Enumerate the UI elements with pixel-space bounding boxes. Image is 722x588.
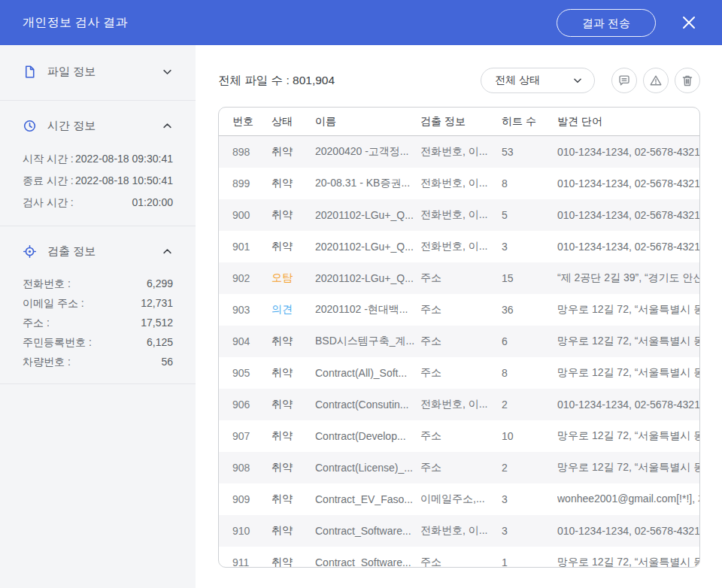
cell-words: wonhee2001@gmail.com[!*!], 제 — [557, 493, 699, 506]
cell-status: 취약 — [272, 145, 315, 159]
cell-hits: 5 — [502, 209, 557, 221]
cell-no: 908 — [232, 462, 272, 474]
cell-status: 취약 — [272, 429, 315, 443]
cell-detected: 주소 — [420, 366, 502, 380]
cell-detected: 주소 — [420, 335, 502, 348]
section-label: 파일 정보 — [47, 65, 162, 79]
chevron-down-icon — [572, 75, 583, 86]
sidebar-section-time-info: 시간 정보 시작 시간 : 2022-08-18 09:30:41 — [0, 101, 196, 226]
cell-no: 898 — [232, 146, 272, 158]
info-label: 차량번호 : — [23, 352, 71, 371]
table-row[interactable]: 904 취약 BSD시스템구축_계... 주소 6 망우로 12길 72, “서… — [219, 326, 699, 357]
cell-hits: 3 — [502, 493, 557, 505]
col-header-no: 번호 — [232, 115, 272, 129]
warning-button[interactable] — [643, 68, 669, 93]
cell-hits: 53 — [502, 146, 557, 158]
cell-name: 20201102 -현대백... — [315, 303, 420, 317]
cell-no: 899 — [232, 177, 272, 189]
cell-no: 904 — [232, 335, 272, 347]
comment-icon — [617, 74, 631, 87]
detect-info-toggle[interactable]: 검출 정보 — [23, 244, 173, 259]
delete-button[interactable] — [675, 68, 700, 93]
cell-name: Contract(Develop... — [315, 430, 420, 442]
cell-hits: 15 — [502, 272, 557, 284]
cell-no: 905 — [232, 367, 272, 379]
cell-no: 906 — [232, 399, 272, 411]
comment-button[interactable] — [611, 68, 637, 93]
cell-status: 의견 — [272, 303, 315, 317]
info-row: 차량번호 : 56 — [23, 352, 173, 371]
table-row[interactable]: 902 오탐 20201102-LGu+_Q... 주소 15 “제 2공단 2… — [219, 262, 699, 294]
cell-words: 망우로 12길 72, “서울특별시 동 — [557, 556, 699, 568]
info-row: 주민등록번호 : 6,125 — [23, 332, 173, 352]
table-row[interactable]: 907 취약 Contract(Develop... 주소 10 망우로 12길… — [219, 420, 699, 452]
cell-detected: 주소 — [420, 429, 502, 443]
cell-detected: 주소 — [420, 556, 502, 568]
status-filter-dropdown[interactable]: 전체 상태 — [481, 68, 595, 93]
divider — [0, 383, 196, 384]
table-row[interactable]: 900 취약 20201102-LGu+_Q... 전화번호, 이... 5 0… — [219, 199, 699, 231]
header-bar: 개인정보 검사 결과 결과 전송 — [0, 0, 722, 45]
cell-hits: 8 — [502, 177, 557, 189]
toolbar: 전체 파일 수 : 801,904 전체 상태 — [218, 68, 700, 93]
table-row[interactable]: 901 취약 20201102-LGu+_Q... 전화번호, 이... 3 0… — [219, 231, 699, 262]
cell-name: Contract(License)_... — [315, 462, 420, 474]
cell-status: 취약 — [272, 177, 315, 190]
cell-no: 900 — [232, 209, 272, 221]
info-label: 이메일 주소 : — [23, 293, 84, 313]
close-icon[interactable] — [681, 14, 697, 31]
cell-words: 010-1234-1234, 02-5678-4321, — [557, 399, 699, 411]
cell-detected: 전화번호, 이... — [420, 524, 502, 538]
cell-name: 20201102-LGu+_Q... — [315, 241, 420, 253]
cell-status: 취약 — [272, 556, 315, 568]
cell-detected: 전화번호, 이... — [420, 240, 502, 253]
cell-words: 010-1234-1234, 02-5678-4321, — [557, 241, 699, 253]
table-row[interactable]: 911 취약 Contract_Software... 주소 1 망우로 12길… — [219, 547, 699, 568]
cell-name: 20201102-LGu+_Q... — [315, 209, 420, 221]
table-row[interactable]: 908 취약 Contract(License)_... 주소 2 망우로 12… — [219, 452, 699, 483]
sidebar: 파일 정보 시간 정보 — [0, 45, 196, 588]
cell-status: 취약 — [272, 240, 315, 253]
send-results-button[interactable]: 결과 전송 — [557, 9, 656, 37]
warning-icon — [649, 74, 663, 87]
cell-detected: 전화번호, 이... — [420, 208, 502, 222]
cell-words: 010-1234-1234, 02-5678-4321, — [557, 209, 699, 221]
toolbar-actions: 전체 상태 — [481, 68, 700, 93]
table-row[interactable]: 906 취약 Contract(Consutin... 전화번호, 이... 2… — [219, 389, 699, 420]
cell-hits: 36 — [502, 304, 557, 316]
target-icon — [23, 244, 37, 259]
cell-hits: 3 — [502, 525, 557, 537]
info-label: 주소 : — [23, 313, 50, 332]
table-row[interactable]: 910 취약 Contract_Software... 전화번호, 이... 3… — [219, 515, 699, 547]
cell-hits: 6 — [502, 335, 557, 347]
table-row[interactable]: 905 취약 Contract(All)_Soft... 주소 8 망우로 12… — [219, 357, 699, 389]
info-value: 2022-08-18 10:50:41 — [75, 170, 173, 192]
cell-hits: 2 — [502, 462, 557, 474]
info-label: 종료 시간 : — [23, 170, 74, 192]
cell-name: Contract(Consutin... — [315, 399, 420, 411]
cell-no: 910 — [232, 525, 272, 537]
cell-name: Contract_Software... — [315, 525, 420, 537]
cell-no: 907 — [232, 430, 272, 442]
time-info-toggle[interactable]: 시간 정보 — [23, 119, 173, 133]
table-header: 번호 상태 이름 검출 정보 히트 수 발견 단어 — [219, 108, 699, 136]
info-value: 6,125 — [147, 332, 173, 352]
info-row: 전화번호 : 6,299 — [23, 274, 173, 293]
chevron-up-icon — [162, 120, 173, 132]
cell-hits: 10 — [502, 430, 557, 442]
cell-no: 901 — [232, 241, 272, 253]
cell-name: 20201102-LGu+_Q... — [315, 272, 420, 284]
col-header-detected: 검출 정보 — [420, 115, 502, 129]
cell-detected: 주소 — [420, 303, 502, 317]
col-header-hits: 히트 수 — [502, 115, 557, 129]
file-info-toggle[interactable]: 파일 정보 — [23, 65, 173, 79]
table-row[interactable]: 899 취약 20-08.31 - KB증권... 전화번호, 이... 8 0… — [219, 168, 699, 199]
cell-status: 취약 — [272, 335, 315, 348]
table-row[interactable]: 909 취약 Contract_EV_Faso... 이메일주소,... 3 w… — [219, 483, 699, 515]
cell-status: 취약 — [272, 208, 315, 222]
table-row[interactable]: 903 의견 20201102 -현대백... 주소 36 망우로 12길 72… — [219, 294, 699, 326]
cell-no: 902 — [232, 272, 272, 284]
table-row[interactable]: 898 취약 20200420 -고객정... 전화번호, 이... 53 01… — [219, 136, 699, 168]
col-header-status: 상태 — [272, 115, 315, 129]
cell-words: 망우로 12길 72, “서울특별시 동 — [557, 461, 699, 474]
